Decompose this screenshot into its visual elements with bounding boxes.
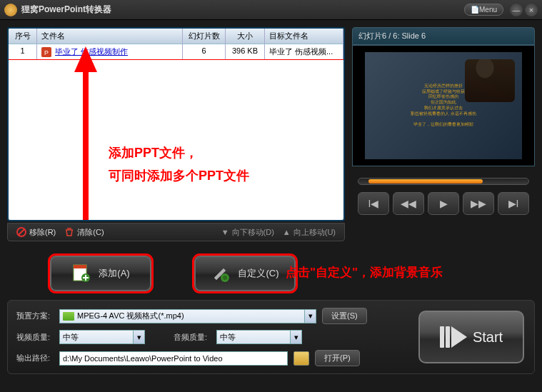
audio-quality-combo[interactable]: 中等 ▾ <box>216 330 302 344</box>
first-button[interactable]: I◀ <box>358 192 389 215</box>
video-quality-combo[interactable]: 中等 ▾ <box>59 330 145 344</box>
down-icon: ▼ <box>221 228 229 236</box>
format-icon <box>63 312 74 321</box>
app-icon <box>4 4 17 16</box>
audio-quality-value: 中等 <box>220 332 236 343</box>
svg-rect-7 <box>74 265 86 268</box>
output-path-value: d:\My Documents\Leawo\PowerPoint to Vide… <box>63 354 223 363</box>
remove-button[interactable]: 移除(R) <box>16 227 56 238</box>
moveup-button[interactable]: ▲ 向上移动(U) <box>283 227 336 238</box>
last-button[interactable]: ▶I <box>498 192 529 215</box>
col-no[interactable]: 序号 <box>9 29 37 44</box>
cell-target: 毕业了 伤感视频... <box>265 44 343 59</box>
start-icon <box>440 326 467 348</box>
annotation-add-ppt: 添加PPT文件， 可同时添加多个PPT文件 <box>109 141 249 188</box>
svg-text:P: P <box>44 49 49 56</box>
profile-value: MPEG-4 AVC 视频格式(*.mp4) <box>77 311 184 321</box>
output-label: 输出路径: <box>16 353 54 363</box>
audio-quality-label: 音频质量: <box>174 332 211 343</box>
player-controls: I◀ ◀◀ ▶ ▶▶ ▶I <box>352 174 535 215</box>
cell-no: 1 <box>9 44 37 59</box>
customize-icon <box>211 263 231 283</box>
close-button[interactable]: × <box>525 4 538 16</box>
video-quality-label: 视频质量: <box>16 332 54 343</box>
prev-button[interactable]: ◀◀ <box>393 192 424 215</box>
add-button[interactable]: 添加(A) <box>50 256 151 291</box>
preview-header: 幻灯片6 / 6: Slide 6 <box>352 27 535 45</box>
col-size[interactable]: 大小 <box>226 29 265 44</box>
ppt-icon: P <box>41 47 51 57</box>
svg-point-10 <box>223 276 227 280</box>
add-label: 添加(A) <box>99 267 129 280</box>
play-button[interactable]: ▶ <box>428 192 459 215</box>
svg-line-5 <box>19 229 24 235</box>
col-target[interactable]: 目标文件名 <box>265 29 343 44</box>
video-quality-value: 中等 <box>63 332 79 343</box>
clear-icon <box>64 227 74 237</box>
profile-combo[interactable]: MPEG-4 AVC 视频格式(*.mp4) ▾ <box>59 309 316 323</box>
add-file-icon <box>71 263 91 283</box>
settings-button[interactable]: 设置(S) <box>322 308 367 324</box>
chevron-down-icon: ▾ <box>304 310 316 323</box>
annotation-customize: 点击"自定义"，添加背景音乐 <box>286 264 443 281</box>
table-row[interactable]: 1 P 毕业了 伤感视频制作 6 396 KB 毕业了 伤感视频... <box>9 44 343 60</box>
minimize-button[interactable]: — <box>510 4 523 16</box>
annotation-arrow <box>71 46 100 221</box>
titlebar: 狸窝PowerPoint转换器 📄Menu — × <box>0 0 542 20</box>
up-icon: ▲ <box>283 228 291 236</box>
col-slides[interactable]: 幻灯片数 <box>183 29 226 44</box>
col-name[interactable]: 文件名 <box>37 29 183 44</box>
file-table: 序号 文件名 幻灯片数 大小 目标文件名 1 P 毕业了 伤感视频制作 6 39… <box>7 27 345 221</box>
customize-label: 自定义(C) <box>238 267 278 280</box>
start-label: Start <box>473 329 503 346</box>
movedown-button[interactable]: ▼ 向下移动(D) <box>221 227 274 238</box>
seek-bar[interactable] <box>358 178 529 185</box>
profile-label: 预置方案: <box>16 311 54 321</box>
cell-size: 396 KB <box>226 44 265 59</box>
open-button[interactable]: 打开(P) <box>315 350 360 366</box>
browse-folder-button[interactable] <box>293 351 309 366</box>
slide-thumbnail: 无论经历怎样的挫折应用都成了经验与收获回忆即使伤感的但正因为如此我们才愿意承认过… <box>365 52 522 159</box>
file-link[interactable]: 毕业了 伤感视频制作 <box>55 47 128 56</box>
start-button[interactable]: Start <box>418 311 524 363</box>
remove-icon <box>16 227 26 237</box>
menu-button[interactable]: 📄Menu <box>464 4 503 16</box>
output-path-input[interactable]: d:\My Documents\Leawo\PowerPoint to Vide… <box>59 351 288 366</box>
app-title: 狸窝PowerPoint转换器 <box>21 4 464 16</box>
preview-viewport: 无论经历怎样的挫折应用都成了经验与收获回忆即使伤感的但正因为如此我们才愿意承认过… <box>352 45 535 166</box>
next-button[interactable]: ▶▶ <box>463 192 494 215</box>
customize-button[interactable]: 自定义(C) <box>194 256 296 291</box>
chevron-down-icon: ▾ <box>290 331 301 343</box>
table-header: 序号 文件名 幻灯片数 大小 目标文件名 <box>9 29 343 44</box>
cell-name: P 毕业了 伤感视频制作 <box>37 44 183 59</box>
cell-slides: 6 <box>183 44 226 59</box>
chevron-down-icon: ▾ <box>133 331 144 343</box>
list-toolbar: 移除(R) 清除(C) ▼ 向下移动(D) ▲ 向上移动(U) <box>7 223 345 241</box>
clear-button[interactable]: 清除(C) <box>64 227 104 238</box>
